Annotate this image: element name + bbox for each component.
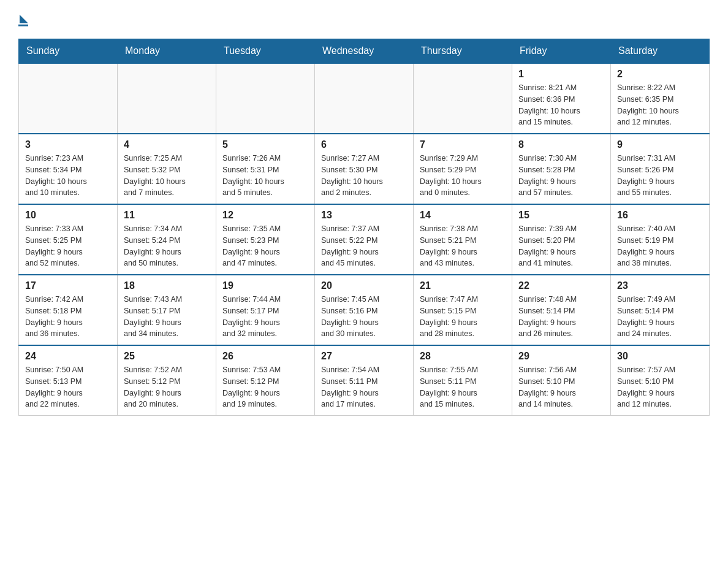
day-number: 12 — [222, 210, 308, 221]
day-number: 5 — [222, 139, 308, 150]
weekday-header-tuesday: Tuesday — [216, 39, 315, 64]
calendar-cell: 24Sunrise: 7:50 AM Sunset: 5:13 PM Dayli… — [19, 345, 118, 416]
day-info: Sunrise: 8:22 AM Sunset: 6:35 PM Dayligh… — [617, 82, 703, 128]
day-info: Sunrise: 7:31 AM Sunset: 5:26 PM Dayligh… — [617, 153, 703, 199]
calendar-cell: 15Sunrise: 7:39 AM Sunset: 5:20 PM Dayli… — [512, 204, 611, 275]
day-info: Sunrise: 7:23 AM Sunset: 5:34 PM Dayligh… — [25, 153, 111, 199]
calendar-cell: 16Sunrise: 7:40 AM Sunset: 5:19 PM Dayli… — [611, 204, 710, 275]
calendar-cell: 13Sunrise: 7:37 AM Sunset: 5:22 PM Dayli… — [315, 204, 414, 275]
day-number: 30 — [617, 351, 703, 362]
day-number: 25 — [124, 351, 210, 362]
day-info: Sunrise: 7:57 AM Sunset: 5:10 PM Dayligh… — [617, 364, 703, 410]
calendar-cell: 28Sunrise: 7:55 AM Sunset: 5:11 PM Dayli… — [414, 345, 512, 416]
weekday-header-row: SundayMondayTuesdayWednesdayThursdayFrid… — [19, 39, 710, 64]
logo-triangle-icon — [20, 15, 28, 23]
calendar-cell — [118, 63, 216, 134]
day-info: Sunrise: 7:42 AM Sunset: 5:18 PM Dayligh… — [25, 294, 111, 340]
weekday-header-thursday: Thursday — [414, 39, 512, 64]
day-number: 9 — [617, 139, 703, 150]
calendar-cell: 8Sunrise: 7:30 AM Sunset: 5:28 PM Daylig… — [512, 134, 611, 204]
day-number: 23 — [617, 280, 703, 291]
calendar-cell: 26Sunrise: 7:53 AM Sunset: 5:12 PM Dayli… — [216, 345, 315, 416]
calendar-cell: 4Sunrise: 7:25 AM Sunset: 5:32 PM Daylig… — [118, 134, 216, 204]
day-info: Sunrise: 7:52 AM Sunset: 5:12 PM Dayligh… — [124, 364, 210, 410]
day-info: Sunrise: 8:21 AM Sunset: 6:36 PM Dayligh… — [518, 82, 604, 128]
calendar-cell: 11Sunrise: 7:34 AM Sunset: 5:24 PM Dayli… — [118, 204, 216, 275]
day-info: Sunrise: 7:44 AM Sunset: 5:17 PM Dayligh… — [222, 294, 308, 340]
day-info: Sunrise: 7:35 AM Sunset: 5:23 PM Dayligh… — [222, 223, 308, 269]
day-info: Sunrise: 7:38 AM Sunset: 5:21 PM Dayligh… — [420, 223, 506, 269]
calendar-week-row: 17Sunrise: 7:42 AM Sunset: 5:18 PM Dayli… — [19, 275, 710, 345]
calendar-cell — [19, 63, 118, 134]
calendar-cell: 5Sunrise: 7:26 AM Sunset: 5:31 PM Daylig… — [216, 134, 315, 204]
day-info: Sunrise: 7:30 AM Sunset: 5:28 PM Dayligh… — [518, 153, 604, 199]
day-info: Sunrise: 7:53 AM Sunset: 5:12 PM Dayligh… — [222, 364, 308, 410]
logo-underline — [18, 25, 28, 26]
day-number: 27 — [321, 351, 407, 362]
weekday-header-wednesday: Wednesday — [315, 39, 414, 64]
calendar-week-row: 24Sunrise: 7:50 AM Sunset: 5:13 PM Dayli… — [19, 345, 710, 416]
calendar-week-row: 10Sunrise: 7:33 AM Sunset: 5:25 PM Dayli… — [19, 204, 710, 275]
day-number: 26 — [222, 351, 308, 362]
day-number: 17 — [25, 280, 111, 291]
calendar-cell: 7Sunrise: 7:29 AM Sunset: 5:29 PM Daylig… — [414, 134, 512, 204]
day-info: Sunrise: 7:49 AM Sunset: 5:14 PM Dayligh… — [617, 294, 703, 340]
calendar-cell: 30Sunrise: 7:57 AM Sunset: 5:10 PM Dayli… — [611, 345, 710, 416]
calendar-cell: 12Sunrise: 7:35 AM Sunset: 5:23 PM Dayli… — [216, 204, 315, 275]
weekday-header-friday: Friday — [512, 39, 611, 64]
day-number: 4 — [124, 139, 210, 150]
day-info: Sunrise: 7:43 AM Sunset: 5:17 PM Dayligh… — [124, 294, 210, 340]
page-header — [18, 12, 710, 26]
day-number: 2 — [617, 69, 703, 80]
day-info: Sunrise: 7:27 AM Sunset: 5:30 PM Dayligh… — [321, 153, 407, 199]
calendar-cell: 23Sunrise: 7:49 AM Sunset: 5:14 PM Dayli… — [611, 275, 710, 345]
day-number: 13 — [321, 210, 407, 221]
day-info: Sunrise: 7:33 AM Sunset: 5:25 PM Dayligh… — [25, 223, 111, 269]
calendar-cell: 2Sunrise: 8:22 AM Sunset: 6:35 PM Daylig… — [611, 63, 710, 134]
day-number: 21 — [420, 280, 506, 291]
calendar-cell — [414, 63, 512, 134]
day-number: 20 — [321, 280, 407, 291]
day-info: Sunrise: 7:56 AM Sunset: 5:10 PM Dayligh… — [518, 364, 604, 410]
calendar-table: SundayMondayTuesdayWednesdayThursdayFrid… — [18, 39, 710, 416]
calendar-cell: 21Sunrise: 7:47 AM Sunset: 5:15 PM Dayli… — [414, 275, 512, 345]
calendar-cell: 25Sunrise: 7:52 AM Sunset: 5:12 PM Dayli… — [118, 345, 216, 416]
day-number: 18 — [124, 280, 210, 291]
day-number: 15 — [518, 210, 604, 221]
day-info: Sunrise: 7:54 AM Sunset: 5:11 PM Dayligh… — [321, 364, 407, 410]
calendar-cell: 3Sunrise: 7:23 AM Sunset: 5:34 PM Daylig… — [19, 134, 118, 204]
weekday-header-monday: Monday — [118, 39, 216, 64]
day-number: 8 — [518, 139, 604, 150]
day-info: Sunrise: 7:39 AM Sunset: 5:20 PM Dayligh… — [518, 223, 604, 269]
day-number: 10 — [25, 210, 111, 221]
calendar-cell: 27Sunrise: 7:54 AM Sunset: 5:11 PM Dayli… — [315, 345, 414, 416]
calendar-cell: 22Sunrise: 7:48 AM Sunset: 5:14 PM Dayli… — [512, 275, 611, 345]
logo — [18, 12, 28, 26]
day-number: 28 — [420, 351, 506, 362]
calendar-cell — [315, 63, 414, 134]
day-info: Sunrise: 7:40 AM Sunset: 5:19 PM Dayligh… — [617, 223, 703, 269]
calendar-cell: 10Sunrise: 7:33 AM Sunset: 5:25 PM Dayli… — [19, 204, 118, 275]
day-number: 11 — [124, 210, 210, 221]
day-info: Sunrise: 7:26 AM Sunset: 5:31 PM Dayligh… — [222, 153, 308, 199]
day-info: Sunrise: 7:55 AM Sunset: 5:11 PM Dayligh… — [420, 364, 506, 410]
day-info: Sunrise: 7:25 AM Sunset: 5:32 PM Dayligh… — [124, 153, 210, 199]
calendar-week-row: 1Sunrise: 8:21 AM Sunset: 6:36 PM Daylig… — [19, 63, 710, 134]
day-info: Sunrise: 7:37 AM Sunset: 5:22 PM Dayligh… — [321, 223, 407, 269]
calendar-cell: 9Sunrise: 7:31 AM Sunset: 5:26 PM Daylig… — [611, 134, 710, 204]
day-number: 7 — [420, 139, 506, 150]
calendar-cell: 14Sunrise: 7:38 AM Sunset: 5:21 PM Dayli… — [414, 204, 512, 275]
calendar-cell: 1Sunrise: 8:21 AM Sunset: 6:36 PM Daylig… — [512, 63, 611, 134]
day-number: 29 — [518, 351, 604, 362]
day-info: Sunrise: 7:34 AM Sunset: 5:24 PM Dayligh… — [124, 223, 210, 269]
day-number: 19 — [222, 280, 308, 291]
calendar-cell: 29Sunrise: 7:56 AM Sunset: 5:10 PM Dayli… — [512, 345, 611, 416]
calendar-cell: 6Sunrise: 7:27 AM Sunset: 5:30 PM Daylig… — [315, 134, 414, 204]
day-number: 3 — [25, 139, 111, 150]
day-info: Sunrise: 7:45 AM Sunset: 5:16 PM Dayligh… — [321, 294, 407, 340]
day-number: 24 — [25, 351, 111, 362]
weekday-header-sunday: Sunday — [19, 39, 118, 64]
day-number: 14 — [420, 210, 506, 221]
calendar-cell: 19Sunrise: 7:44 AM Sunset: 5:17 PM Dayli… — [216, 275, 315, 345]
calendar-cell: 20Sunrise: 7:45 AM Sunset: 5:16 PM Dayli… — [315, 275, 414, 345]
